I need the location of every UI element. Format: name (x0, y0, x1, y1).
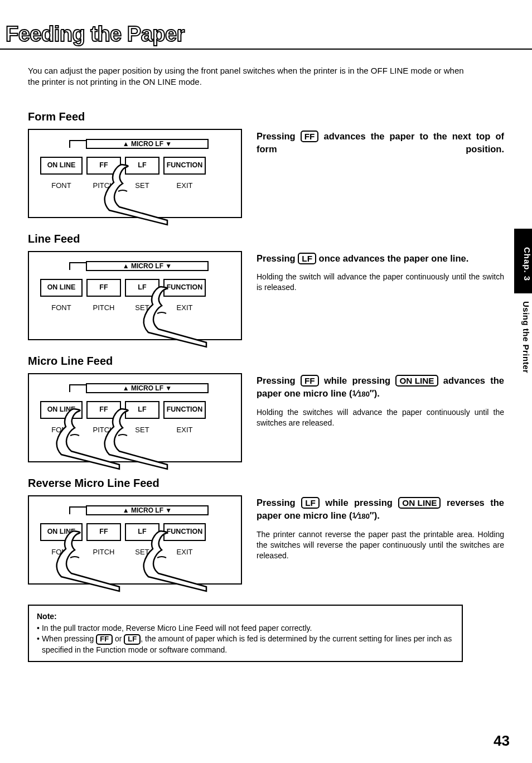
form-feed-description: Pressing FF advances the paper to the ne… (257, 130, 504, 157)
button-lf[interactable]: LF (125, 157, 159, 175)
keycap-online: ON LINE (398, 497, 441, 509)
intro-paragraph: You can adjust the paper position by usi… (28, 65, 468, 88)
button-online[interactable]: ON LINE (40, 157, 83, 175)
section-tab: Using the Printer (521, 301, 531, 373)
panel-line-feed: ▲ MICRO LF ▼ ON LINE FF LF FUNCTION FONT… (28, 251, 242, 340)
microlf-label: ▲ MICRO LF ▼ (86, 505, 209, 515)
button-function[interactable]: FUNCTION (163, 279, 206, 297)
microlf-connector (69, 140, 86, 148)
note-title: Note: (37, 611, 454, 622)
button-lf[interactable]: LF (125, 401, 159, 419)
label-set: SET (125, 303, 159, 312)
label-exit: EXIT (163, 426, 206, 434)
page-number: 43 (494, 732, 510, 750)
keycap-lf: LF (124, 634, 141, 645)
label-set: SET (125, 426, 159, 434)
label-exit: EXIT (163, 548, 206, 556)
label-set: SET (125, 181, 159, 190)
button-lf[interactable]: LF (125, 279, 159, 297)
button-lf[interactable]: LF (125, 523, 159, 541)
keycap-lf: LF (301, 497, 320, 509)
panel-micro-line-feed: ▲ MICRO LF ▼ ON LINE FF LF FUNCTION FONT… (28, 373, 242, 462)
label-pitch: PITCH (86, 181, 121, 190)
microlf-connector (69, 262, 86, 270)
keycap-online: ON LINE (395, 375, 438, 387)
button-online[interactable]: ON LINE (40, 279, 83, 297)
keycap-ff: FF (301, 375, 319, 387)
line-feed-description: Pressing LF once advances the paper one … (257, 252, 504, 265)
label-pitch: PITCH (86, 548, 121, 556)
microlf-label: ▲ MICRO LF ▼ (86, 139, 209, 149)
button-ff[interactable]: FF (86, 401, 121, 419)
button-function[interactable]: FUNCTION (163, 523, 206, 541)
microlf-connector (69, 506, 86, 514)
microlf-label: ▲ MICRO LF ▼ (86, 261, 209, 271)
button-online[interactable]: ON LINE (40, 401, 83, 419)
panel-reverse-micro-line-feed: ▲ MICRO LF ▼ ON LINE FF LF FUNCTION FONT… (28, 495, 242, 585)
note-bullet-1: In the pull tractor mode, Reverse Micro … (37, 623, 454, 634)
label-exit: EXIT (163, 303, 206, 312)
heading-micro-line-feed: Micro Line Feed (28, 355, 504, 368)
reverse-micro-line-feed-body: The printer cannot reverse the paper pas… (257, 529, 504, 561)
label-font: FONT (40, 181, 83, 190)
label-set: SET (125, 548, 159, 556)
label-pitch: PITCH (86, 303, 121, 312)
button-ff[interactable]: FF (86, 157, 121, 175)
micro-line-feed-body: Holding the switches will advance the pa… (257, 407, 504, 428)
button-online[interactable]: ON LINE (40, 523, 83, 541)
keycap-ff: FF (301, 131, 319, 143)
title-underline (0, 49, 532, 50)
microlf-label: ▲ MICRO LF ▼ (86, 383, 209, 393)
chapter-tab: Chap. 3 (514, 229, 532, 293)
heading-line-feed: Line Feed (28, 233, 504, 245)
note-bullet-2: When pressing FF or LF, the amount of pa… (37, 634, 454, 655)
line-feed-body: Holding the switch will advance the pape… (257, 272, 504, 293)
button-ff[interactable]: FF (86, 279, 121, 297)
keycap-ff: FF (96, 634, 113, 645)
button-function[interactable]: FUNCTION (163, 401, 206, 419)
note-box: Note: In the pull tractor mode, Reverse … (28, 605, 463, 663)
heading-reverse-micro-line-feed: Reverse Micro Line Feed (28, 477, 504, 490)
micro-line-feed-description: Pressing FF while pressing ON LINE advan… (257, 374, 504, 401)
label-pitch: PITCH (86, 426, 121, 434)
heading-form-feed: Form Feed (28, 110, 504, 123)
button-ff[interactable]: FF (86, 523, 121, 541)
page-title: Feeding the Paper (6, 22, 504, 46)
reverse-micro-line-feed-description: Pressing LF while pressing ON LINE rever… (257, 496, 504, 523)
button-function[interactable]: FUNCTION (163, 157, 206, 175)
label-font: FONT (40, 548, 83, 556)
label-font: FONT (40, 303, 83, 312)
microlf-connector (69, 384, 86, 392)
keycap-lf: LF (298, 253, 316, 265)
panel-form-feed: ▲ MICRO LF ▼ ON LINE FF LF FUNCTION FONT… (28, 129, 242, 218)
label-exit: EXIT (163, 181, 206, 190)
label-font: FONT (40, 426, 83, 434)
